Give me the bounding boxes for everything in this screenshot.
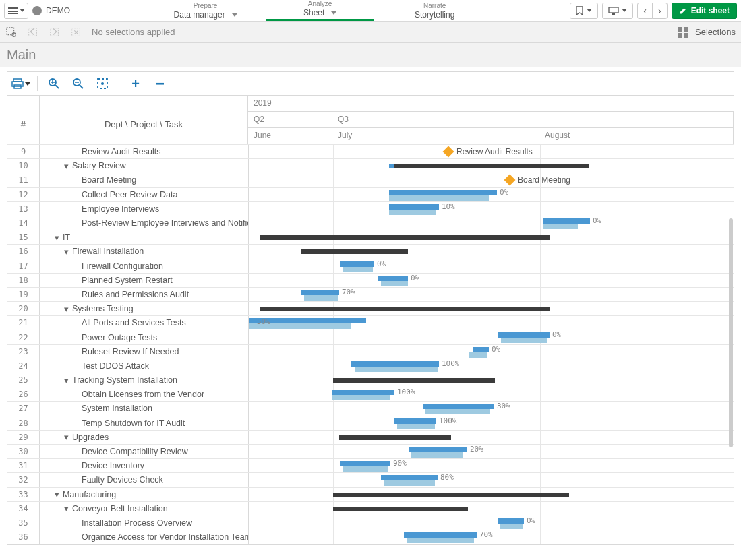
column-header-name[interactable]: Dept \ Project \ Task xyxy=(40,96,248,144)
gantt-row[interactable]: 14Post-Review Employee Interviews and No… xyxy=(7,216,734,230)
expand-toggle[interactable]: ▾ xyxy=(63,375,69,385)
task-bar-actual[interactable] xyxy=(423,404,494,409)
task-bar-plan[interactable] xyxy=(500,524,523,529)
gantt-row[interactable]: 33▾Manufacturing xyxy=(7,487,734,501)
gantt-row[interactable]: 16▾Firewall Installation xyxy=(7,244,734,258)
task-bar-plan[interactable] xyxy=(501,338,547,343)
nav-tab-sheet[interactable]: AnalyzeSheet xyxy=(266,0,374,21)
gantt-row[interactable]: 13Employee Interviews10% xyxy=(7,201,734,216)
expand-toggle[interactable]: ▾ xyxy=(63,161,69,171)
gantt-row[interactable]: 36Organize Access for Vendor Installatio… xyxy=(7,530,734,544)
milestone-diamond[interactable] xyxy=(504,175,516,186)
task-bar-plan[interactable] xyxy=(343,267,373,272)
gantt-row[interactable]: 19Rules and Permissions Audit70% xyxy=(7,287,734,301)
task-bar-plan[interactable] xyxy=(397,424,435,429)
gantt-row[interactable]: 9Review Audit ResultsReview Audit Result… xyxy=(7,144,734,158)
gantt-row[interactable]: 35Installation Process Overview0% xyxy=(7,516,734,530)
task-bar-actual[interactable] xyxy=(340,261,374,267)
gantt-row[interactable]: 34▾Conveyor Belt Installation xyxy=(7,501,734,516)
gantt-row[interactable]: 24Test DDOS Attack100% xyxy=(7,359,734,373)
zoom-in-button[interactable] xyxy=(45,74,63,93)
step-back-icon[interactable] xyxy=(27,26,39,38)
step-forward-icon[interactable] xyxy=(49,26,61,38)
bookmark-button[interactable] xyxy=(570,3,598,19)
gantt-row[interactable]: 23Ruleset Review If Needed0% xyxy=(7,344,734,359)
task-bar-actual[interactable] xyxy=(378,276,408,281)
gantt-row[interactable]: 30Device Compatibility Review20% xyxy=(7,444,734,458)
expand-all-button[interactable]: + xyxy=(126,74,145,93)
gantt-row[interactable]: 31Device Inventory90% xyxy=(7,458,734,472)
milestone-diamond[interactable] xyxy=(443,146,454,158)
summary-bar[interactable] xyxy=(260,235,550,240)
task-bar-plan[interactable] xyxy=(389,195,489,201)
gantt-row[interactable]: 25▾Tracking System Installation xyxy=(7,373,734,387)
task-bar-plan[interactable] xyxy=(355,367,438,372)
task-bar-actual[interactable] xyxy=(404,532,477,538)
task-bar-actual[interactable] xyxy=(389,204,439,210)
task-bar-actual[interactable] xyxy=(332,390,394,395)
gantt-row[interactable]: 21All Ports and Services Tests50% xyxy=(7,315,734,330)
summary-bar[interactable] xyxy=(260,307,550,311)
task-bar-actual[interactable] xyxy=(351,361,439,367)
task-bar-plan[interactable] xyxy=(469,352,487,358)
task-bar-actual[interactable] xyxy=(340,461,390,466)
edit-sheet-button[interactable]: Edit sheet xyxy=(672,3,737,19)
zoom-out-button[interactable] xyxy=(69,74,88,93)
collapse-all-button[interactable]: − xyxy=(150,74,169,93)
gantt-row[interactable]: 32Faulty Devices Check80% xyxy=(7,472,734,487)
prev-sheet-button[interactable]: ‹ xyxy=(637,3,653,19)
gantt-row[interactable]: 15▾IT xyxy=(7,230,734,244)
gantt-row[interactable]: 26Obtain Licenses from the Vendor100% xyxy=(7,387,734,401)
selections-tool-button[interactable]: Selections xyxy=(678,27,736,38)
smart-search-icon[interactable] xyxy=(5,26,18,38)
task-bar-plan[interactable] xyxy=(425,409,490,414)
gantt-row[interactable]: 18Planned System Restart0% xyxy=(7,273,734,287)
sheets-button[interactable] xyxy=(602,3,633,19)
gantt-row[interactable]: 12Collect Peer Review Data0% xyxy=(7,187,734,201)
app-menu-button[interactable] xyxy=(4,3,28,19)
task-bar-plan[interactable] xyxy=(332,395,390,400)
gantt-row[interactable]: 28Temp Shutdown for IT Audit100% xyxy=(7,416,734,430)
gantt-row[interactable]: 29▾Upgrades xyxy=(7,430,734,444)
expand-toggle[interactable]: ▾ xyxy=(53,232,60,243)
gantt-row[interactable]: 11Board MeetingBoard Meeting xyxy=(7,173,734,187)
task-bar-actual[interactable] xyxy=(543,218,590,224)
summary-bar[interactable] xyxy=(301,249,408,254)
summary-bar[interactable] xyxy=(394,164,589,168)
task-bar-plan[interactable] xyxy=(381,281,408,286)
summary-bar[interactable] xyxy=(333,507,468,511)
task-bar-plan[interactable] xyxy=(384,480,435,486)
print-button[interactable] xyxy=(11,78,30,89)
task-bar-actual[interactable] xyxy=(409,447,467,452)
nav-tab-storytelling[interactable]: NarrateStorytelling xyxy=(381,0,489,21)
summary-bar[interactable] xyxy=(339,435,451,440)
task-bar-actual[interactable] xyxy=(473,347,489,352)
task-bar-plan[interactable] xyxy=(343,466,388,472)
expand-toggle[interactable]: ▾ xyxy=(63,503,69,514)
summary-bar[interactable] xyxy=(333,378,495,383)
nav-tab-data-manager[interactable]: PrepareData manager xyxy=(152,0,260,21)
task-bar-actual[interactable] xyxy=(498,332,550,338)
clear-selections-icon[interactable] xyxy=(70,26,82,38)
task-bar-plan[interactable] xyxy=(543,224,578,229)
summary-bar[interactable] xyxy=(333,493,569,497)
gantt-row[interactable]: 10▾Salary Review xyxy=(7,158,734,173)
gantt-row[interactable]: 22Power Outage Tests0% xyxy=(7,330,734,344)
task-bar-plan[interactable] xyxy=(389,210,436,215)
task-bar-plan[interactable] xyxy=(411,452,463,458)
expand-toggle[interactable]: ▾ xyxy=(63,247,69,257)
gantt-row[interactable]: 27System Installation30% xyxy=(7,401,734,415)
task-bar-actual[interactable] xyxy=(498,518,524,524)
task-bar-actual[interactable] xyxy=(394,418,436,424)
task-bar-plan[interactable] xyxy=(407,538,474,543)
expand-toggle[interactable]: ▾ xyxy=(63,304,69,314)
expand-toggle[interactable]: ▾ xyxy=(63,432,69,442)
zoom-fit-button[interactable] xyxy=(93,74,112,93)
task-bar-actual[interactable] xyxy=(381,475,438,480)
task-bar-actual[interactable] xyxy=(389,190,497,195)
column-header-id[interactable]: # xyxy=(7,96,40,144)
task-bar-actual[interactable] xyxy=(301,290,339,295)
task-bar-plan[interactable] xyxy=(304,295,338,301)
expand-toggle[interactable]: ▾ xyxy=(53,489,60,499)
gantt-row[interactable]: 20▾Systems Testing xyxy=(7,301,734,315)
